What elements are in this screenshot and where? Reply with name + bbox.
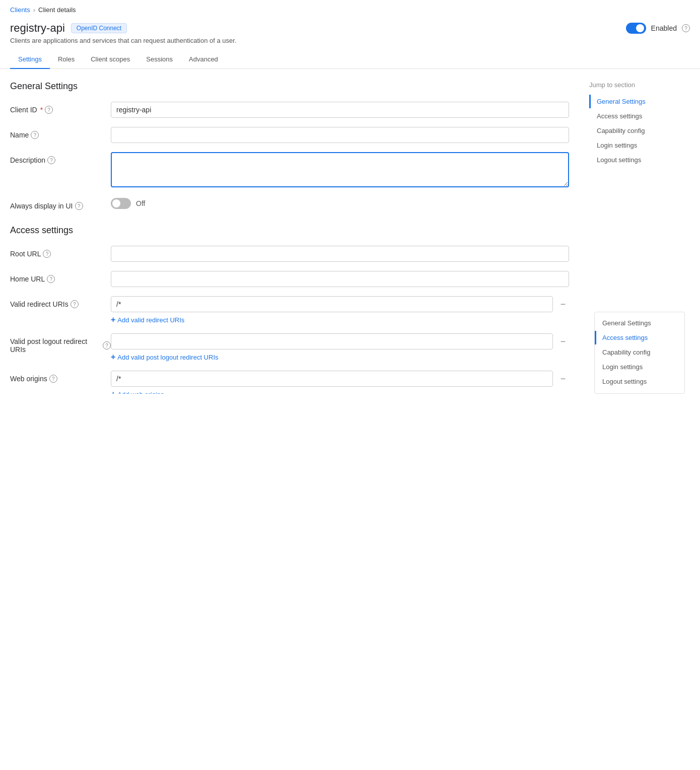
post-logout-help-icon[interactable]: ?	[103, 341, 111, 349]
jump2-capability-config[interactable]: Capability config	[595, 345, 684, 359]
always-display-slider	[111, 198, 131, 209]
general-settings-title: General Settings	[10, 81, 569, 92]
enabled-toggle-slider	[626, 23, 646, 34]
breadcrumb-sep: ›	[33, 6, 35, 14]
name-input[interactable]	[111, 127, 569, 143]
add-post-logout-link[interactable]: + Add valid post logout redirect URIs	[111, 353, 569, 362]
name-control	[111, 127, 569, 143]
root-url-label: Root URL ?	[10, 246, 111, 258]
valid-redirect-row: Valid redirect URIs ? − + Add valid redi…	[10, 296, 569, 324]
root-url-help-icon[interactable]: ?	[43, 250, 51, 258]
home-url-control	[111, 271, 569, 287]
description-row: Description ?	[10, 152, 569, 189]
client-id-row: Client ID * ?	[10, 102, 569, 118]
breadcrumb-parent[interactable]: Clients	[10, 6, 30, 14]
always-display-toggle-row: Off	[111, 198, 569, 209]
client-id-help-icon[interactable]: ?	[45, 106, 53, 114]
home-url-row: Home URL ?	[10, 271, 569, 287]
root-url-input[interactable]	[111, 246, 569, 262]
post-logout-row: Valid post logout redirect URIs ? − + Ad…	[10, 333, 569, 362]
jump2-general-settings[interactable]: General Settings	[595, 316, 684, 330]
valid-redirect-help-icon[interactable]: ?	[71, 300, 79, 308]
jump-logout-settings[interactable]: Logout settings	[589, 153, 690, 167]
client-id-label: Client ID * ?	[10, 102, 111, 114]
tab-roles[interactable]: Roles	[50, 50, 83, 69]
description-help-icon[interactable]: ?	[47, 156, 55, 164]
breadcrumb-current: Client details	[38, 6, 76, 14]
description-input[interactable]	[111, 152, 569, 187]
page-header: registry-api OpenID Connect Enabled ?	[0, 18, 700, 35]
client-id-input[interactable]	[111, 102, 569, 118]
enabled-help-icon[interactable]: ?	[682, 24, 690, 32]
jump-label: Jump to section	[589, 81, 690, 89]
web-origins-input[interactable]	[111, 371, 553, 387]
post-logout-remove-btn[interactable]: −	[557, 335, 569, 347]
valid-redirect-label: Valid redirect URIs ?	[10, 296, 111, 308]
root-url-row: Root URL ?	[10, 246, 569, 262]
tabs-bar: Settings Roles Client scopes Sessions Ad…	[0, 50, 700, 69]
post-logout-input-row: −	[111, 333, 569, 349]
page-title-area: registry-api OpenID Connect	[10, 22, 127, 35]
web-origins-label: Web origins ?	[10, 371, 111, 383]
valid-redirect-control: − + Add valid redirect URIs	[111, 296, 569, 324]
access-settings-title: Access settings	[10, 225, 569, 236]
breadcrumb: Clients › Client details	[0, 0, 700, 18]
web-origins-help-icon[interactable]: ?	[49, 375, 57, 383]
name-label: Name ?	[10, 127, 111, 139]
enabled-label: Enabled	[651, 24, 677, 32]
valid-redirect-remove-btn[interactable]: −	[557, 298, 569, 310]
post-logout-label: Valid post logout redirect URIs ?	[10, 333, 111, 354]
jump-access-settings[interactable]: Access settings	[589, 109, 690, 123]
jump-capability-config[interactable]: Capability config	[589, 124, 690, 137]
post-logout-control: − + Add valid post logout redirect URIs	[111, 333, 569, 362]
web-origins-remove-btn[interactable]: −	[557, 373, 569, 385]
always-display-row: Always display in UI ? Off	[10, 198, 569, 210]
name-help-icon[interactable]: ?	[31, 131, 39, 139]
tab-client-scopes[interactable]: Client scopes	[83, 50, 138, 69]
home-url-input[interactable]	[111, 271, 569, 287]
web-origins-input-row: −	[111, 371, 569, 387]
required-star: *	[40, 106, 43, 114]
openid-badge: OpenID Connect	[71, 23, 127, 33]
enabled-toggle[interactable]	[626, 23, 646, 34]
tab-sessions[interactable]: Sessions	[138, 50, 181, 69]
tab-settings[interactable]: Settings	[10, 50, 50, 69]
description-control	[111, 152, 569, 189]
always-display-control: Off	[111, 198, 569, 209]
home-url-help-icon[interactable]: ?	[47, 275, 55, 283]
web-origins-row: Web origins ? − + Add web origins	[10, 371, 569, 394]
jump2-access-settings[interactable]: Access settings	[595, 331, 684, 344]
root-url-control	[111, 246, 569, 262]
jump-sidebar-scrolled: General Settings Access settings Capabil…	[594, 312, 685, 394]
access-settings-section: Access settings Root URL ? Home URL ?	[10, 225, 569, 394]
always-display-off-label: Off	[136, 199, 145, 207]
valid-redirect-input[interactable]	[111, 296, 553, 312]
valid-redirect-input-row: −	[111, 296, 569, 312]
always-display-label: Always display in UI ?	[10, 198, 111, 210]
page-subtitle: Clients are applications and services th…	[0, 35, 700, 50]
enabled-area: Enabled ?	[626, 23, 690, 34]
tab-advanced[interactable]: Advanced	[181, 50, 226, 69]
post-logout-input[interactable]	[111, 333, 553, 349]
add-web-origins-link[interactable]: + Add web origins	[111, 390, 569, 394]
home-url-label: Home URL ?	[10, 271, 111, 283]
jump-login-settings[interactable]: Login settings	[589, 138, 690, 152]
page-title: registry-api	[10, 22, 65, 35]
general-settings-section: General Settings Client ID * ? Name ?	[10, 81, 569, 210]
content-area: General Settings Client ID * ? Name ?	[10, 81, 589, 394]
name-row: Name ?	[10, 127, 569, 143]
jump-general-settings[interactable]: General Settings	[589, 95, 690, 108]
always-display-help-icon[interactable]: ?	[75, 202, 83, 210]
web-origins-control: − + Add web origins	[111, 371, 569, 394]
always-display-toggle[interactable]	[111, 198, 131, 209]
description-label: Description ?	[10, 152, 111, 164]
jump2-logout-settings[interactable]: Logout settings	[595, 375, 684, 388]
add-valid-redirect-link[interactable]: + Add valid redirect URIs	[111, 315, 569, 324]
client-id-control	[111, 102, 569, 118]
jump2-login-settings[interactable]: Login settings	[595, 360, 684, 374]
